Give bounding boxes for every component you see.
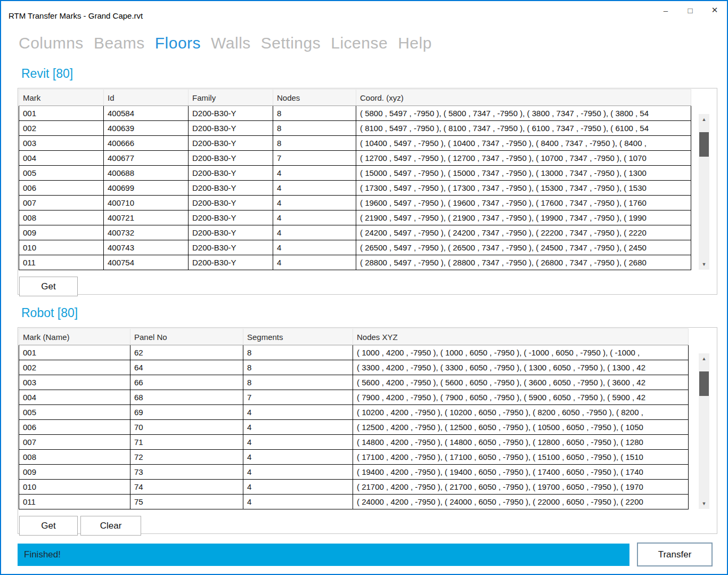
table-cell: 4	[273, 166, 356, 181]
scroll-down-button[interactable]: ▼	[699, 259, 709, 270]
scroll-up-button[interactable]: ▲	[699, 353, 709, 364]
robot-vertical-scrollbar[interactable]: ▲ ▼	[699, 353, 709, 509]
transfer-button[interactable]: Transfer	[637, 542, 713, 566]
table-row[interactable]: 004687( 7900 , 4200 , -7950 ), ( 7900 , …	[19, 390, 689, 405]
table-cell: 75	[130, 495, 243, 509]
table-cell: 009	[19, 465, 130, 480]
revit-column-mark[interactable]: Mark	[19, 90, 104, 106]
table-row[interactable]: 004400677D200-B30-Y7( 12700 , 5497 , -79…	[19, 151, 691, 166]
scroll-down-button[interactable]: ▼	[699, 498, 709, 509]
table-row[interactable]: 010744( 21700 , 4200 , -7950 ), ( 21700 …	[19, 480, 689, 495]
table-cell: ( 14800 , 4200 , -7950 ), ( 14800 , 6050…	[353, 435, 689, 450]
nav-item-help[interactable]: Help	[398, 34, 432, 52]
table-row[interactable]: 005694( 10200 , 4200 , -7950 ), ( 10200 …	[19, 405, 689, 420]
table-cell: 4	[273, 181, 356, 196]
table-cell: 62	[130, 345, 243, 360]
robot-section-title: Robot [80]	[21, 306, 78, 320]
close-icon: ✕	[711, 5, 718, 15]
table-row[interactable]: 009734( 19400 , 4200 , -7950 ), ( 19400 …	[19, 465, 689, 480]
table-cell: 4	[243, 405, 353, 420]
table-cell: 4	[273, 255, 356, 270]
table-cell: ( 5800 , 5497 , -7950 ), ( 5800 , 7347 ,…	[356, 106, 691, 121]
table-row[interactable]: 005400688D200-B30-Y4( 15000 , 5497 , -79…	[19, 166, 691, 181]
nav-item-walls[interactable]: Walls	[211, 34, 251, 52]
window-controls: – □ ✕	[653, 1, 727, 19]
table-cell: 006	[19, 420, 130, 435]
nav-item-floors[interactable]: Floors	[155, 34, 201, 52]
table-cell: 002	[19, 121, 104, 136]
minimize-button[interactable]: –	[653, 1, 678, 19]
revit-vertical-scrollbar[interactable]: ▲ ▼	[699, 114, 709, 270]
scrollbar-thumb[interactable]	[699, 132, 709, 157]
table-cell: 72	[130, 450, 243, 465]
table-row[interactable]: 008400721D200-B30-Y4( 21900 , 5497 , -79…	[19, 210, 691, 225]
table-row[interactable]: 007400710D200-B30-Y4( 19600 , 5497 , -79…	[19, 196, 691, 210]
table-row[interactable]: 007714( 14800 , 4200 , -7950 ), ( 14800 …	[19, 435, 689, 450]
nav-item-settings[interactable]: Settings	[261, 34, 321, 52]
table-row[interactable]: 009400732D200-B30-Y4( 24200 , 5497 , -79…	[19, 225, 691, 240]
table-cell: 003	[19, 136, 104, 151]
table-cell: ( 21900 , 5497 , -7950 ), ( 21900 , 7347…	[356, 210, 691, 225]
nav-item-columns[interactable]: Columns	[19, 34, 84, 52]
revit-column-id[interactable]: Id	[104, 90, 189, 106]
table-cell: ( 10400 , 5497 , -7950 ), ( 10400 , 7347…	[356, 136, 691, 151]
nav-item-license[interactable]: License	[331, 34, 388, 52]
table-row[interactable]: 003668( 5600 , 4200 , -7950 ), ( 5600 , …	[19, 375, 689, 390]
table-cell: 70	[130, 420, 243, 435]
table-cell: 8	[243, 360, 353, 375]
table-cell: ( 24000 , 4200 , -7950 ), ( 24000 , 6050…	[353, 495, 689, 509]
table-row[interactable]: 001628( 1000 , 4200 , -7950 ), ( 1000 , …	[19, 345, 689, 360]
table-row[interactable]: 002648( 3300 , 4200 , -7950 ), ( 3300 , …	[19, 360, 689, 375]
status-bar: Finished!	[18, 544, 629, 566]
table-row[interactable]: 010400743D200-B30-Y4( 26500 , 5497 , -79…	[19, 240, 691, 255]
revit-get-button[interactable]: Get	[19, 277, 78, 296]
robot-column-segments[interactable]: Segments	[243, 329, 353, 345]
table-cell: 4	[273, 240, 356, 255]
status-text: Finished!	[24, 549, 61, 560]
table-cell: 7	[243, 390, 353, 405]
scroll-up-button[interactable]: ▲	[699, 114, 709, 125]
table-cell: 8	[273, 106, 356, 121]
table-cell: ( 3300 , 4200 , -7950 ), ( 3300 , 6050 ,…	[353, 360, 689, 375]
maximize-button[interactable]: □	[678, 1, 702, 19]
robot-clear-button[interactable]: Clear	[80, 516, 141, 536]
table-row[interactable]: 008724( 17100 , 4200 , -7950 ), ( 17100 …	[19, 450, 689, 465]
close-button[interactable]: ✕	[702, 1, 727, 19]
revit-header-row: Mark Id Family Nodes Coord. (xyz)	[19, 90, 691, 106]
revit-column-coord[interactable]: Coord. (xyz)	[356, 90, 691, 106]
revit-column-nodes[interactable]: Nodes	[273, 90, 356, 106]
table-cell: ( 12700 , 5497 , -7950 ), ( 12700 , 7347…	[356, 151, 691, 166]
scrollbar-track[interactable]	[699, 364, 709, 498]
scrollbar-thumb[interactable]	[699, 371, 709, 396]
scroll-up-icon: ▲	[702, 356, 707, 361]
nav-item-beams[interactable]: Beams	[94, 34, 145, 52]
table-cell: 68	[130, 390, 243, 405]
scrollbar-track[interactable]	[699, 125, 709, 259]
table-cell: 400710	[104, 196, 189, 210]
table-row[interactable]: 006400699D200-B30-Y4( 17300 , 5497 , -79…	[19, 181, 691, 196]
table-row[interactable]: 011754( 24000 , 4200 , -7950 ), ( 24000 …	[19, 495, 689, 509]
table-row[interactable]: 006704( 12500 , 4200 , -7950 ), ( 12500 …	[19, 420, 689, 435]
table-cell: 4	[243, 435, 353, 450]
table-cell: ( 1000 , 4200 , -7950 ), ( 1000 , 6050 ,…	[353, 345, 689, 360]
robot-get-button[interactable]: Get	[19, 516, 78, 536]
robot-column-mark-name[interactable]: Mark (Name)	[19, 329, 130, 345]
table-cell: 400699	[104, 181, 189, 196]
table-cell: 4	[243, 450, 353, 465]
robot-column-panel-no[interactable]: Panel No	[130, 329, 243, 345]
maximize-icon: □	[688, 6, 692, 15]
table-row[interactable]: 001400584D200-B30-Y8( 5800 , 5497 , -795…	[19, 106, 691, 121]
table-row[interactable]: 003400666D200-B30-Y8( 10400 , 5497 , -79…	[19, 136, 691, 151]
table-cell: D200-B30-Y	[189, 151, 273, 166]
table-cell: 73	[130, 465, 243, 480]
table-cell: ( 10200 , 4200 , -7950 ), ( 10200 , 6050…	[353, 405, 689, 420]
revit-column-family[interactable]: Family	[189, 90, 273, 106]
title-bar: RTM Transfer Marks - Grand Cape.rvt – □ …	[1, 1, 727, 31]
robot-column-nodes-xyz[interactable]: Nodes XYZ	[353, 329, 689, 345]
table-cell: 4	[273, 225, 356, 240]
table-cell: 002	[19, 360, 130, 375]
table-cell: 400584	[104, 106, 189, 121]
table-cell: 010	[19, 240, 104, 255]
table-row[interactable]: 011400754D200-B30-Y4( 28800 , 5497 , -79…	[19, 255, 691, 270]
table-row[interactable]: 002400639D200-B30-Y8( 8100 , 5497 , -795…	[19, 121, 691, 136]
